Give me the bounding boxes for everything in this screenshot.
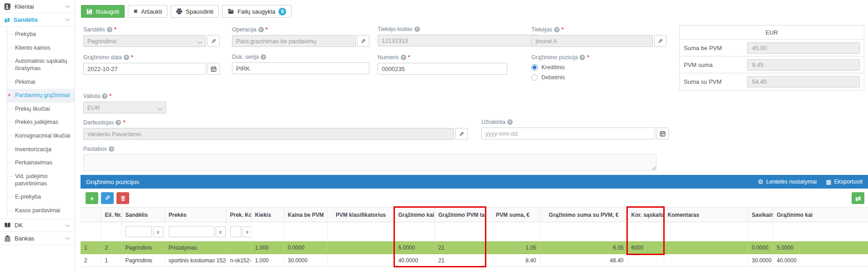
sidebar-item-bankas[interactable]: Bankas <box>0 232 75 245</box>
calendar-button[interactable] <box>656 128 669 139</box>
sidebar-subitem[interactable]: Pirkimai <box>7 76 75 89</box>
filter-cell <box>81 222 101 241</box>
book-icon <box>4 222 11 229</box>
sidebar-subitem[interactable]: Automatinis sąskaitų išrašymas <box>7 55 75 75</box>
grazinimo-data-input[interactable] <box>83 63 206 75</box>
column-header[interactable]: Kor. sąskaita <box>627 208 664 222</box>
sidebar-item-dk[interactable]: DK <box>0 219 75 232</box>
help-icon <box>102 93 107 99</box>
calendar-button[interactable] <box>207 63 220 75</box>
column-header[interactable]: Eil. Nr. <box>101 208 121 222</box>
sidebar-subitem[interactable]: Vid. judėjimo patvirtinimas <box>7 170 75 190</box>
pastabos-textarea[interactable] <box>83 154 656 171</box>
sidebar-subitem[interactable]: Pardavimų grąžinimai <box>7 89 75 102</box>
pencil-icon: ✎ <box>459 131 464 138</box>
column-header[interactable]: Sandėlis <box>121 208 165 222</box>
column-header[interactable]: Grąžinimo kai <box>773 208 868 222</box>
column-header[interactable]: Prekės <box>165 208 226 222</box>
transfer-button[interactable]: ⇄ <box>852 192 864 204</box>
save-button[interactable]: Išsaugoti <box>81 5 125 18</box>
sidebar-subitem[interactable]: E-prekyba <box>7 190 75 204</box>
cell <box>664 254 748 267</box>
sidebar-subitem[interactable]: Kliento kainos <box>7 41 75 55</box>
sidebar-subitem[interactable]: Konsignaciniai likučiai <box>7 129 75 143</box>
radio-kreditinis[interactable]: Kreditinis <box>531 64 666 71</box>
column-header[interactable]: Komentaras <box>664 208 748 222</box>
column-header[interactable]: Grąžinimo PVM tarifas % <box>434 208 485 222</box>
tiekejas-input[interactable] <box>531 35 653 47</box>
help-icon <box>554 27 560 32</box>
export-link[interactable]: ▦ Eksportuoti <box>826 179 863 185</box>
sidebar-subitem[interactable]: Prekės judėjimas <box>7 116 75 129</box>
cell: 5.0000 <box>773 241 868 254</box>
edit-row-button[interactable]: ✎ <box>101 192 114 204</box>
print-button[interactable]: Spausdinti <box>171 5 219 18</box>
operacija-input[interactable] <box>232 35 356 47</box>
cell: 5.0000 <box>394 241 434 254</box>
edit-tiekejas-button[interactable]: ✎ <box>654 35 666 47</box>
sidebar-subitem[interactable]: Prekių likučiai <box>7 102 75 116</box>
table-settings-link[interactable]: ⚙ Lentelės nustatymai <box>757 179 817 185</box>
column-header[interactable]: Kiekis <box>251 208 284 222</box>
valiuta-select[interactable]: EUR <box>83 102 166 113</box>
filter-cell: x <box>121 222 165 241</box>
file-storage-button[interactable]: Failų saugykla 0 <box>222 5 292 18</box>
column-header[interactable]: PVM klasifikatorius <box>327 208 394 222</box>
table-row[interactable]: 12PagrindinisPristatymas1.0000.00005.000… <box>81 241 868 254</box>
cell: 6000 <box>627 241 664 254</box>
filter-input[interactable] <box>126 226 152 237</box>
clear-filter-button[interactable]: x <box>242 226 252 237</box>
sidebar-item-sandelis[interactable]: ⇄ Sandėlis <box>0 13 75 26</box>
darbuotojas-input[interactable] <box>83 128 454 140</box>
clear-filter-button[interactable]: x <box>153 226 163 237</box>
cancel-button[interactable]: ✖ Atšaukti <box>128 5 167 18</box>
column-header[interactable]: Grąžinimo kaina <box>394 208 434 222</box>
column-header[interactable]: Grąžinimo suma su PVM, € <box>540 208 627 222</box>
numeris-input[interactable] <box>378 63 507 75</box>
column-header[interactable]: Kaina be PVM <box>284 208 327 222</box>
column-header[interactable] <box>81 208 101 222</box>
add-row-button[interactable]: + <box>86 192 98 204</box>
radio-button-checked <box>531 64 538 71</box>
edit-operacija-button[interactable]: ✎ <box>357 35 369 47</box>
cell: 21 <box>434 254 485 267</box>
sandelis-select[interactable]: Pagrindinis <box>83 35 206 47</box>
sidebar-subitem[interactable]: Prekyba <box>7 28 75 41</box>
table-row[interactable]: 21Pagrindinissportinis kostiumas 152dn-s… <box>81 254 868 267</box>
column-header[interactable]: PVM suma, € <box>485 208 540 222</box>
delete-row-button[interactable] <box>116 192 129 204</box>
radio-debetinis[interactable]: Debetinis <box>531 74 666 81</box>
cell: n-sk152- <box>226 254 251 267</box>
field-label: Operacija <box>232 26 257 33</box>
edit-sandelis-button[interactable]: ✎ <box>207 35 220 47</box>
sidebar-subitem[interactable]: Perkainavimas <box>7 156 75 170</box>
column-header[interactable]: Savikaina <box>748 208 773 222</box>
grid-body: 12PagrindinisPristatymas1.0000.00005.000… <box>81 241 868 267</box>
clear-filter-button[interactable]: x <box>216 226 226 237</box>
x-icon: ✖ <box>133 8 138 15</box>
sidebar-submenu: PrekybaKliento kainosAutomatinis sąskait… <box>7 28 75 217</box>
filter-cell: x <box>226 222 251 241</box>
cell: 1 <box>81 241 101 254</box>
required-marker <box>114 26 116 33</box>
radio-button-unchecked <box>531 74 538 81</box>
tiekejo-kodas-input[interactable] <box>378 35 537 46</box>
filter-input[interactable] <box>169 226 214 237</box>
cell: 0.0000 <box>284 241 327 254</box>
filter-input[interactable] <box>230 226 241 237</box>
dok-serija-input[interactable] <box>232 62 369 74</box>
uzrakinta-input[interactable] <box>481 128 655 139</box>
required-marker <box>561 26 564 33</box>
cell: 21 <box>434 241 485 254</box>
cell: 30.0000 <box>748 254 773 267</box>
sidebar-subitem[interactable]: Inventorizacija <box>7 143 75 157</box>
printer-icon <box>176 8 182 15</box>
column-header[interactable]: Prek. Kodas <box>226 208 251 222</box>
edit-darbuotojas-button[interactable]: ✎ <box>455 128 468 140</box>
sidebar-subitem[interactable]: Kasos pardavimai <box>7 204 75 218</box>
chevron-down-icon <box>66 4 70 8</box>
sidebar-item-klientai[interactable]: Klientai <box>0 0 75 13</box>
filter-cell: x <box>165 222 226 241</box>
cell: 2 <box>101 241 121 254</box>
grid-filter-row: xxx <box>81 222 868 241</box>
